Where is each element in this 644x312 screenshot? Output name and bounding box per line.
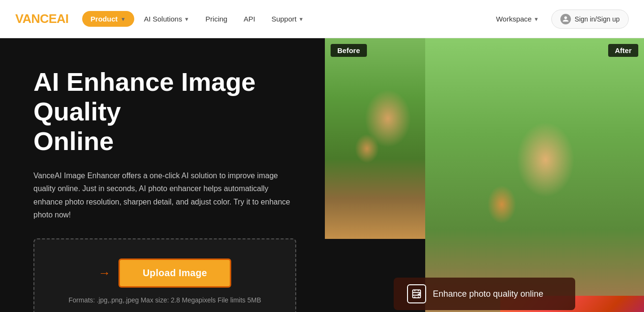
before-after-container: Before After Enhance photo quality on [325, 38, 644, 312]
nav-right: Workspace ▼ Sign in/Sign up [489, 10, 629, 29]
before-image: Before [325, 38, 430, 239]
workspace-chevron-icon: ▼ [534, 16, 539, 22]
product-chevron-icon: ▼ [120, 16, 126, 22]
signin-button[interactable]: Sign in/Sign up [551, 10, 629, 29]
hero-section: AI Enhance Image Quality Online VanceAI … [0, 38, 644, 312]
hero-description: VanceAI Image Enhancer offers a one-clic… [33, 169, 296, 221]
hero-left: AI Enhance Image Quality Online VanceAI … [0, 38, 325, 312]
ai-solutions-chevron-icon: ▼ [184, 16, 189, 22]
upload-button[interactable]: Upload Image [118, 258, 232, 288]
user-icon [560, 14, 571, 24]
before-badge: Before [331, 44, 367, 57]
support-link[interactable]: Support ▼ [265, 11, 310, 27]
enhance-bar-label: Enhance photo quality online [433, 289, 543, 299]
arrow-icon: → [98, 266, 111, 280]
ai-solutions-link[interactable]: AI Solutions ▼ [137, 11, 196, 27]
hero-title: AI Enhance Image Quality Online [33, 67, 296, 156]
api-link[interactable]: API [237, 11, 262, 27]
enhance-icon [407, 284, 426, 303]
upload-row: → Upload Image [98, 258, 232, 288]
logo[interactable]: VANCEAI [15, 11, 69, 26]
product-button[interactable]: Product ▼ [82, 11, 135, 27]
after-photo [425, 38, 644, 312]
workspace-link[interactable]: Workspace ▼ [489, 11, 546, 27]
navbar: VANCEAI Product ▼ AI Solutions ▼ Pricing… [0, 0, 644, 38]
support-chevron-icon: ▼ [299, 16, 304, 22]
enhance-bar: Enhance photo quality online [394, 278, 575, 310]
formats-text: Formats: .jpg,.png,.jpeg Max size: 2.8 M… [68, 296, 261, 304]
logo-vance: VANCE [15, 11, 57, 26]
hero-right: Before After Enhance photo quality on [325, 38, 644, 312]
before-photo [325, 38, 430, 239]
after-badge: After [608, 44, 638, 57]
logo-ai: AI [57, 11, 69, 26]
nav-items: Product ▼ AI Solutions ▼ Pricing API Sup… [82, 11, 490, 27]
pricing-link[interactable]: Pricing [199, 11, 234, 27]
upload-zone: → Upload Image Formats: .jpg,.png,.jpeg … [33, 238, 296, 312]
after-image: After [425, 38, 644, 312]
